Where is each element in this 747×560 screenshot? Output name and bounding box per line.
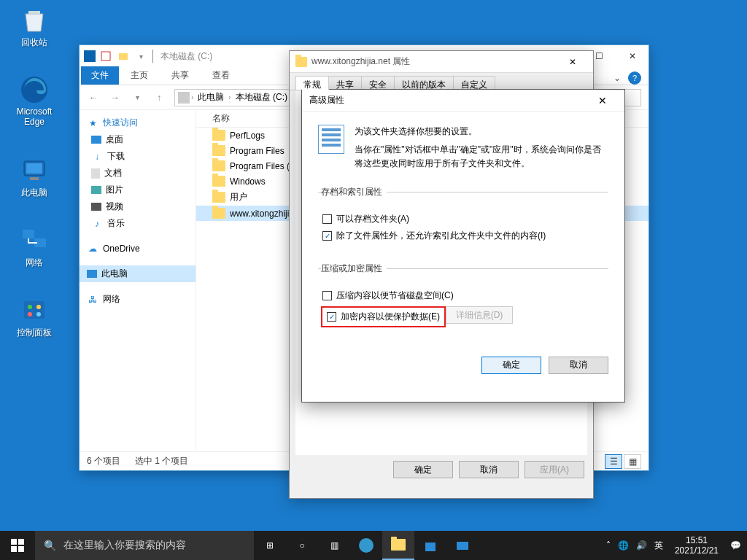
- quick-access-toolbar: ▾: [98, 49, 148, 63]
- nav-forward-button[interactable]: →: [106, 88, 125, 107]
- tab-previous[interactable]: 以前的版本: [394, 76, 454, 90]
- checkbox-checked[interactable]: ✓: [327, 312, 336, 322]
- checkbox-checked[interactable]: ✓: [322, 231, 332, 241]
- sidebar-network[interactable]: 🖧网络: [80, 291, 196, 308]
- volume-tray-icon[interactable]: 🔊: [636, 540, 647, 551]
- tab-security[interactable]: 安全: [361, 76, 395, 90]
- sidebar-item-videos[interactable]: 视频: [80, 198, 196, 215]
- desktop-icon-recycle-bin[interactable]: 回收站: [7, 4, 61, 49]
- folder-icon: [212, 160, 225, 171]
- svg-rect-15: [11, 546, 17, 552]
- edge-taskbar-icon[interactable]: [350, 531, 382, 560]
- desktop-icon-network[interactable]: 网络: [7, 225, 61, 269]
- search-placeholder: 在这里输入你要搜索的内容: [63, 539, 186, 552]
- ok-button[interactable]: 确定: [393, 461, 453, 478]
- sidebar-item-documents[interactable]: 文档: [80, 165, 196, 182]
- pictures-icon: [91, 186, 101, 194]
- network-tray-icon[interactable]: 🌐: [618, 540, 629, 551]
- group-legend: 压缩或加密属性: [321, 262, 387, 275]
- archive-checkbox-row[interactable]: 可以存档文件夹(A): [321, 213, 605, 225]
- tab-view[interactable]: 查看: [201, 66, 241, 85]
- tab-file[interactable]: 文件: [81, 66, 119, 85]
- desktop-icon-edge[interactable]: Microsoft Edge: [7, 74, 61, 127]
- taskbar-clock[interactable]: 15:51 2021/12/21: [670, 535, 723, 556]
- start-button[interactable]: [0, 531, 35, 560]
- apply-button[interactable]: 应用(A): [525, 461, 584, 478]
- close-button[interactable]: ✕: [616, 46, 649, 67]
- sidebar-item-music[interactable]: ♪音乐: [80, 215, 196, 232]
- breadcrumb-segment[interactable]: 此电脑: [195, 91, 227, 104]
- desktop-icon-this-pc[interactable]: 此电脑: [7, 155, 61, 199]
- task-view-button[interactable]: ⊞: [254, 531, 286, 560]
- svg-rect-2: [26, 163, 42, 174]
- svg-rect-11: [101, 52, 110, 61]
- tab-share[interactable]: 共享: [328, 76, 362, 90]
- tab-share[interactable]: 共享: [160, 66, 201, 85]
- ribbon-expand-icon[interactable]: ⌄: [614, 73, 621, 83]
- sidebar-item-desktop[interactable]: 桌面: [80, 131, 196, 148]
- desktop-icon-control-panel[interactable]: 控制面板: [7, 295, 61, 339]
- encrypt-checkbox-row[interactable]: ✓ 加密内容以便保护数据(E): [321, 306, 446, 327]
- drive-icon: [178, 92, 190, 104]
- index-checkbox-row[interactable]: ✓ 除了文件属性外，还允许索引此文件夹中文件的内容(I): [321, 230, 605, 242]
- cortana-icon[interactable]: ○: [286, 531, 318, 560]
- drive-icon: [84, 50, 96, 62]
- ime-indicator[interactable]: 英: [654, 540, 663, 552]
- qat-properties-icon[interactable]: [98, 49, 113, 63]
- taskbar-app[interactable]: ▥: [318, 531, 350, 560]
- advanced-title: 高级属性: [309, 94, 344, 106]
- nav-up-button[interactable]: ↑: [150, 88, 169, 107]
- svg-rect-6: [24, 301, 44, 319]
- tray-chevron-icon[interactable]: ˄: [606, 540, 611, 551]
- cancel-button[interactable]: 取消: [459, 461, 519, 478]
- sidebar-quick-access[interactable]: ★快速访问: [80, 114, 196, 131]
- qat-dropdown-icon[interactable]: ▾: [133, 49, 148, 63]
- desktop-icon: [91, 136, 101, 144]
- help-icon[interactable]: ?: [628, 71, 641, 85]
- compress-checkbox-row[interactable]: 压缩内容以便节省磁盘空间(C): [321, 289, 605, 302]
- cancel-button[interactable]: 取消: [549, 357, 608, 374]
- mail-taskbar-icon[interactable]: [446, 531, 479, 560]
- folder-icon: [212, 176, 225, 187]
- svg-rect-14: [18, 539, 24, 545]
- breadcrumb-segment[interactable]: 本地磁盘 (C:): [233, 91, 290, 104]
- svg-rect-12: [119, 53, 128, 60]
- sidebar-item-pictures[interactable]: 图片: [80, 182, 196, 198]
- system-tray: ˄ 🌐 🔊 英 15:51 2021/12/21 💬: [606, 535, 747, 556]
- close-button[interactable]: ✕: [588, 90, 617, 111]
- folder-icon: [212, 208, 225, 219]
- svg-point-17: [359, 538, 374, 553]
- tab-home[interactable]: 主页: [119, 66, 160, 85]
- nav-recent-button[interactable]: ▾: [128, 88, 147, 107]
- view-details-button[interactable]: ☰: [605, 454, 622, 469]
- tab-general[interactable]: 常规: [295, 76, 329, 90]
- recycle-bin-icon: [19, 4, 50, 35]
- folder-icon: [212, 130, 225, 141]
- properties-title: www.xitongzhijia.net 属性: [311, 55, 410, 68]
- archive-index-group: 存档和索引属性 可以存档文件夹(A) ✓ 除了文件属性外，还允许索引此文件夹中文…: [318, 186, 608, 252]
- explorer-taskbar-icon[interactable]: [382, 531, 414, 560]
- notifications-icon[interactable]: 💬: [730, 540, 741, 551]
- tab-custom[interactable]: 自定义: [453, 76, 495, 90]
- store-taskbar-icon[interactable]: [414, 531, 446, 560]
- search-icon: 🔍: [44, 540, 56, 551]
- svg-point-9: [28, 312, 32, 316]
- svg-point-8: [36, 305, 41, 309]
- sidebar-this-pc[interactable]: 此电脑: [80, 265, 196, 282]
- sidebar-item-downloads[interactable]: ↓下载: [80, 148, 196, 165]
- nav-back-button[interactable]: ←: [84, 88, 103, 107]
- folder-icon: [212, 192, 225, 203]
- folder-icon: [295, 57, 307, 67]
- sidebar-onedrive[interactable]: ☁OneDrive: [80, 241, 196, 257]
- svg-rect-13: [11, 539, 17, 545]
- properties-titlebar[interactable]: www.xitongzhijia.net 属性 ✕: [290, 51, 593, 73]
- window-title: 本地磁盘 (C:): [160, 50, 212, 63]
- qat-newfolder-icon[interactable]: [116, 49, 131, 63]
- close-button[interactable]: ✕: [558, 52, 587, 72]
- ok-button[interactable]: 确定: [481, 357, 541, 374]
- checkbox-unchecked[interactable]: [322, 291, 332, 300]
- checkbox-unchecked[interactable]: [322, 214, 332, 224]
- advanced-titlebar[interactable]: 高级属性 ✕: [302, 90, 624, 112]
- taskbar-search[interactable]: 🔍 在这里输入你要搜索的内容: [35, 531, 254, 560]
- view-icons-button[interactable]: ▦: [624, 454, 641, 469]
